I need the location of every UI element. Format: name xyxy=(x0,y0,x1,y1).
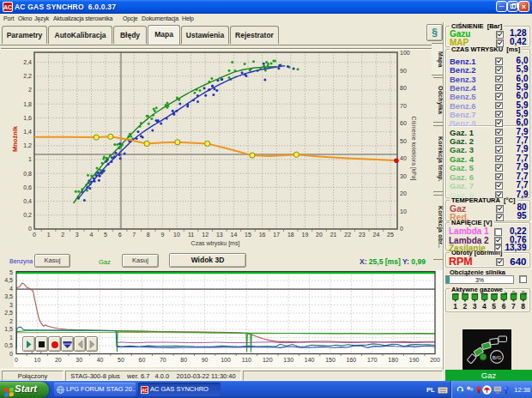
svg-text:13: 13 xyxy=(216,232,223,238)
svg-text:4,5: 4,5 xyxy=(4,277,13,283)
svg-text:19: 19 xyxy=(302,232,309,238)
svg-text:18: 18 xyxy=(287,232,294,238)
svg-text:8: 8 xyxy=(147,232,150,238)
svg-text:90: 90 xyxy=(400,68,407,74)
svg-text:2,2: 2,2 xyxy=(23,73,32,79)
svg-text:160: 160 xyxy=(347,357,357,363)
svg-text:200: 200 xyxy=(430,357,440,363)
svg-text:2: 2 xyxy=(61,232,64,238)
svg-text:50: 50 xyxy=(400,138,407,144)
svg-text:5: 5 xyxy=(9,270,13,275)
svg-text:AC: AC xyxy=(142,388,148,393)
svg-text:60: 60 xyxy=(400,120,407,126)
svg-text:4: 4 xyxy=(9,286,13,292)
svg-text:22: 22 xyxy=(344,232,351,238)
svg-text:0: 0 xyxy=(9,351,13,357)
svg-text:40: 40 xyxy=(97,357,104,363)
svg-text:3,5: 3,5 xyxy=(4,293,13,299)
svg-text:12: 12 xyxy=(202,232,209,238)
svg-text:170: 170 xyxy=(367,357,378,363)
svg-text:100: 100 xyxy=(221,357,231,363)
svg-text:21: 21 xyxy=(330,232,337,238)
svg-text:0: 0 xyxy=(28,226,32,232)
svg-text:6: 6 xyxy=(118,232,122,238)
svg-text:80: 80 xyxy=(400,85,407,91)
svg-text:1: 1 xyxy=(47,232,51,238)
svg-text:3: 3 xyxy=(473,302,477,311)
svg-text:1,6: 1,6 xyxy=(23,115,32,121)
svg-text:B/G: B/G xyxy=(493,355,502,360)
svg-text:Ciśnienie kolektora [kPa]: Ciśnienie kolektora [kPa] xyxy=(410,117,417,181)
svg-text:180: 180 xyxy=(388,357,398,363)
svg-text:90: 90 xyxy=(202,357,209,363)
svg-text:60: 60 xyxy=(139,357,146,363)
svg-text:7: 7 xyxy=(132,232,136,238)
svg-text:150: 150 xyxy=(325,357,336,363)
svg-text:Mnożnik: Mnożnik xyxy=(11,125,19,152)
svg-text:1,4: 1,4 xyxy=(23,129,32,135)
svg-text:0: 0 xyxy=(15,357,18,363)
svg-text:2: 2 xyxy=(9,318,13,324)
svg-text:70: 70 xyxy=(160,357,166,363)
svg-text:120: 120 xyxy=(263,357,273,363)
svg-text:2: 2 xyxy=(462,302,467,311)
svg-text:10: 10 xyxy=(34,357,41,363)
svg-text:11: 11 xyxy=(188,232,194,238)
svg-text:6: 6 xyxy=(502,302,506,311)
svg-text:17: 17 xyxy=(273,232,280,238)
svg-text:14: 14 xyxy=(231,232,238,238)
svg-text:190: 190 xyxy=(409,357,420,363)
svg-text:4: 4 xyxy=(482,302,487,311)
svg-text:7: 7 xyxy=(511,302,516,311)
svg-text:3: 3 xyxy=(76,232,79,238)
svg-text:25: 25 xyxy=(387,232,394,238)
svg-text:50: 50 xyxy=(118,357,124,363)
svg-text:1,2: 1,2 xyxy=(23,142,32,148)
svg-text:1: 1 xyxy=(9,335,13,341)
svg-text:9: 9 xyxy=(160,232,164,238)
svg-text:40: 40 xyxy=(400,155,407,161)
svg-text:0,5: 0,5 xyxy=(4,342,13,348)
svg-text:1,5: 1,5 xyxy=(4,326,13,332)
svg-text:5: 5 xyxy=(104,232,107,238)
svg-text:100: 100 xyxy=(400,50,410,56)
svg-text:1,8: 1,8 xyxy=(23,101,32,107)
svg-text:30: 30 xyxy=(76,357,82,363)
svg-text:2,4: 2,4 xyxy=(23,59,32,65)
svg-text:0,6: 0,6 xyxy=(23,184,32,190)
svg-text:80: 80 xyxy=(180,357,187,363)
svg-text:24: 24 xyxy=(373,232,380,238)
svg-text:0: 0 xyxy=(33,232,36,238)
svg-text:1: 1 xyxy=(28,156,32,162)
svg-text:10: 10 xyxy=(173,232,180,238)
svg-text:Czas wtrysku [ms]: Czas wtrysku [ms] xyxy=(191,240,240,247)
svg-text:0: 0 xyxy=(400,226,403,232)
svg-text:0,2: 0,2 xyxy=(23,212,32,218)
svg-text:16: 16 xyxy=(259,232,266,238)
svg-text:2,5: 2,5 xyxy=(4,310,13,316)
svg-text:8: 8 xyxy=(521,302,525,311)
svg-text:20: 20 xyxy=(316,232,323,238)
svg-text:30: 30 xyxy=(400,173,407,179)
svg-text:3: 3 xyxy=(9,302,13,308)
svg-text:0,4: 0,4 xyxy=(23,198,32,204)
svg-text:15: 15 xyxy=(245,232,251,238)
svg-text:5: 5 xyxy=(492,302,496,311)
svg-text:23: 23 xyxy=(359,232,366,238)
svg-text:140: 140 xyxy=(305,357,315,363)
svg-text:AC: AC xyxy=(3,4,12,10)
svg-text:1: 1 xyxy=(453,302,457,311)
svg-text:10: 10 xyxy=(400,208,407,214)
svg-text:70: 70 xyxy=(400,103,407,109)
svg-text:130: 130 xyxy=(283,357,293,363)
svg-text:20: 20 xyxy=(55,357,62,363)
svg-text:20: 20 xyxy=(400,190,407,196)
svg-text:2: 2 xyxy=(28,87,32,93)
svg-text:0,8: 0,8 xyxy=(23,171,32,177)
svg-text:4: 4 xyxy=(89,232,93,238)
svg-text:110: 110 xyxy=(242,357,251,363)
